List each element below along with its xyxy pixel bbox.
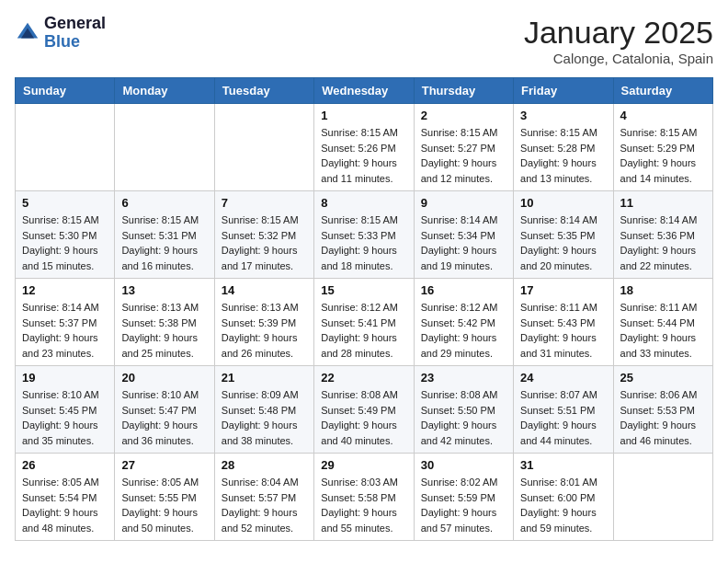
calendar-cell: 16Sunrise: 8:12 AMSunset: 5:42 PMDayligh… — [414, 279, 513, 366]
calendar-cell — [214, 104, 313, 191]
day-number: 7 — [222, 196, 307, 210]
day-info: Sunrise: 8:06 AMSunset: 5:53 PMDaylight:… — [620, 387, 706, 448]
day-number: 14 — [222, 283, 307, 297]
day-info: Sunrise: 8:10 AMSunset: 5:47 PMDaylight:… — [121, 387, 207, 448]
day-number: 17 — [520, 283, 606, 297]
calendar-cell: 10Sunrise: 8:14 AMSunset: 5:35 PMDayligh… — [514, 191, 613, 279]
calendar-cell: 12Sunrise: 8:14 AMSunset: 5:37 PMDayligh… — [16, 279, 115, 366]
day-info: Sunrise: 8:15 AMSunset: 5:31 PMDaylight:… — [121, 213, 207, 273]
logo-general: General — [44, 15, 106, 33]
calendar-week-row: 19Sunrise: 8:10 AMSunset: 5:45 PMDayligh… — [16, 366, 713, 454]
day-number: 13 — [121, 283, 207, 297]
calendar-cell — [115, 104, 214, 191]
calendar-cell: 7Sunrise: 8:15 AMSunset: 5:32 PMDaylight… — [214, 191, 313, 279]
day-number: 30 — [421, 458, 506, 472]
day-number: 18 — [620, 283, 706, 297]
calendar-cell: 26Sunrise: 8:05 AMSunset: 5:54 PMDayligh… — [16, 454, 115, 541]
day-number: 9 — [421, 196, 506, 210]
day-info: Sunrise: 8:03 AMSunset: 5:58 PMDaylight:… — [321, 475, 406, 535]
day-info: Sunrise: 8:15 AMSunset: 5:29 PMDaylight:… — [620, 125, 706, 186]
calendar-cell: 31Sunrise: 8:01 AMSunset: 6:00 PMDayligh… — [514, 454, 613, 541]
day-info: Sunrise: 8:08 AMSunset: 5:50 PMDaylight:… — [421, 387, 506, 448]
day-info: Sunrise: 8:10 AMSunset: 5:45 PMDaylight:… — [22, 387, 108, 448]
day-number: 24 — [520, 371, 606, 385]
day-info: Sunrise: 8:05 AMSunset: 5:54 PMDaylight:… — [22, 475, 108, 535]
calendar-cell: 5Sunrise: 8:15 AMSunset: 5:30 PMDaylight… — [16, 191, 115, 279]
day-info: Sunrise: 8:13 AMSunset: 5:39 PMDaylight:… — [222, 300, 307, 361]
day-info: Sunrise: 8:08 AMSunset: 5:49 PMDaylight:… — [321, 387, 406, 448]
day-info: Sunrise: 8:15 AMSunset: 5:30 PMDaylight:… — [22, 213, 108, 273]
calendar-cell: 9Sunrise: 8:14 AMSunset: 5:34 PMDaylight… — [414, 191, 513, 279]
calendar-cell: 1Sunrise: 8:15 AMSunset: 5:26 PMDaylight… — [314, 104, 414, 191]
day-number: 23 — [421, 371, 506, 385]
day-number: 12 — [22, 283, 108, 297]
day-number: 29 — [321, 458, 406, 472]
page-header: General Blue January 2025 Calonge, Catal… — [15, 15, 713, 66]
calendar-cell: 21Sunrise: 8:09 AMSunset: 5:48 PMDayligh… — [214, 366, 313, 454]
day-info: Sunrise: 8:11 AMSunset: 5:43 PMDaylight:… — [520, 300, 606, 361]
logo: General Blue — [15, 15, 106, 52]
day-info: Sunrise: 8:14 AMSunset: 5:35 PMDaylight:… — [520, 213, 606, 273]
day-info: Sunrise: 8:01 AMSunset: 6:00 PMDaylight:… — [520, 475, 606, 535]
weekday-header: Wednesday — [314, 78, 414, 104]
day-info: Sunrise: 8:14 AMSunset: 5:36 PMDaylight:… — [620, 213, 706, 273]
day-number: 11 — [620, 196, 706, 210]
calendar-cell: 23Sunrise: 8:08 AMSunset: 5:50 PMDayligh… — [414, 366, 513, 454]
calendar-cell: 6Sunrise: 8:15 AMSunset: 5:31 PMDaylight… — [115, 191, 214, 279]
calendar-cell: 28Sunrise: 8:04 AMSunset: 5:57 PMDayligh… — [214, 454, 313, 541]
calendar-cell: 29Sunrise: 8:03 AMSunset: 5:58 PMDayligh… — [314, 454, 414, 541]
day-info: Sunrise: 8:12 AMSunset: 5:42 PMDaylight:… — [421, 300, 506, 361]
day-info: Sunrise: 8:07 AMSunset: 5:51 PMDaylight:… — [520, 387, 606, 448]
calendar-cell: 11Sunrise: 8:14 AMSunset: 5:36 PMDayligh… — [613, 191, 712, 279]
calendar-cell: 19Sunrise: 8:10 AMSunset: 5:45 PMDayligh… — [16, 366, 115, 454]
calendar-cell — [613, 454, 712, 541]
weekday-header: Monday — [115, 78, 214, 104]
calendar-week-row: 5Sunrise: 8:15 AMSunset: 5:30 PMDaylight… — [16, 191, 713, 279]
day-number: 27 — [121, 458, 207, 472]
weekday-header: Friday — [514, 78, 613, 104]
day-number: 8 — [321, 196, 406, 210]
calendar-week-row: 26Sunrise: 8:05 AMSunset: 5:54 PMDayligh… — [16, 454, 713, 541]
month-title: January 2025 — [524, 15, 713, 51]
logo-blue: Blue — [44, 33, 106, 52]
day-info: Sunrise: 8:12 AMSunset: 5:41 PMDaylight:… — [321, 300, 406, 361]
day-number: 2 — [421, 109, 506, 122]
calendar-cell: 22Sunrise: 8:08 AMSunset: 5:49 PMDayligh… — [314, 366, 414, 454]
calendar-cell: 17Sunrise: 8:11 AMSunset: 5:43 PMDayligh… — [514, 279, 613, 366]
logo-icon — [15, 20, 40, 46]
day-info: Sunrise: 8:14 AMSunset: 5:37 PMDaylight:… — [22, 300, 108, 361]
day-info: Sunrise: 8:15 AMSunset: 5:28 PMDaylight:… — [520, 125, 606, 186]
calendar-cell: 3Sunrise: 8:15 AMSunset: 5:28 PMDaylight… — [514, 104, 613, 191]
calendar-cell: 4Sunrise: 8:15 AMSunset: 5:29 PMDaylight… — [613, 104, 712, 191]
calendar-cell: 13Sunrise: 8:13 AMSunset: 5:38 PMDayligh… — [115, 279, 214, 366]
day-number: 3 — [520, 109, 606, 122]
calendar-table: SundayMondayTuesdayWednesdayThursdayFrid… — [15, 77, 713, 541]
title-block: January 2025 Calonge, Catalonia, Spain — [524, 15, 713, 66]
calendar-week-row: 12Sunrise: 8:14 AMSunset: 5:37 PMDayligh… — [16, 279, 713, 366]
day-number: 16 — [421, 283, 506, 297]
day-number: 22 — [321, 371, 406, 385]
weekday-header: Tuesday — [214, 78, 313, 104]
weekday-header: Thursday — [414, 78, 513, 104]
day-info: Sunrise: 8:13 AMSunset: 5:38 PMDaylight:… — [121, 300, 207, 361]
day-number: 26 — [22, 458, 108, 472]
calendar-cell: 2Sunrise: 8:15 AMSunset: 5:27 PMDaylight… — [414, 104, 513, 191]
calendar-header-row: SundayMondayTuesdayWednesdayThursdayFrid… — [16, 78, 713, 104]
day-info: Sunrise: 8:05 AMSunset: 5:55 PMDaylight:… — [121, 475, 207, 535]
logo-text: General Blue — [44, 15, 106, 52]
day-number: 6 — [121, 196, 207, 210]
day-info: Sunrise: 8:09 AMSunset: 5:48 PMDaylight:… — [222, 387, 307, 448]
day-info: Sunrise: 8:11 AMSunset: 5:44 PMDaylight:… — [620, 300, 706, 361]
day-number: 25 — [620, 371, 706, 385]
calendar-cell: 25Sunrise: 8:06 AMSunset: 5:53 PMDayligh… — [613, 366, 712, 454]
day-number: 10 — [520, 196, 606, 210]
calendar-cell: 18Sunrise: 8:11 AMSunset: 5:44 PMDayligh… — [613, 279, 712, 366]
calendar-cell: 30Sunrise: 8:02 AMSunset: 5:59 PMDayligh… — [414, 454, 513, 541]
calendar-cell: 20Sunrise: 8:10 AMSunset: 5:47 PMDayligh… — [115, 366, 214, 454]
day-number: 4 — [620, 109, 706, 122]
calendar-cell: 8Sunrise: 8:15 AMSunset: 5:33 PMDaylight… — [314, 191, 414, 279]
location: Calonge, Catalonia, Spain — [524, 51, 713, 66]
day-number: 20 — [121, 371, 207, 385]
calendar-cell — [16, 104, 115, 191]
day-info: Sunrise: 8:15 AMSunset: 5:26 PMDaylight:… — [321, 125, 406, 186]
